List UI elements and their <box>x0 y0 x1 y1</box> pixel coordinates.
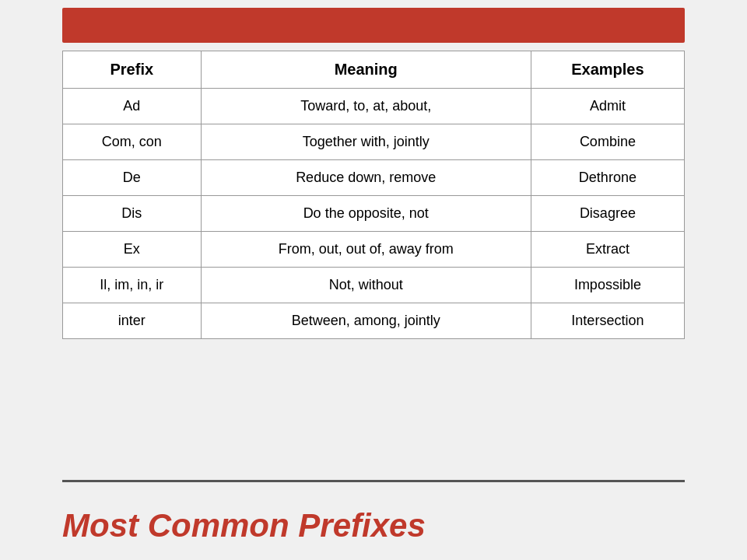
cell-0-1: Toward, to, at, about, <box>201 89 531 124</box>
table-row: Il, im, in, irNot, withoutImpossible <box>63 268 685 303</box>
table-header-row: Prefix Meaning Examples <box>63 51 685 89</box>
table-row: DisDo the opposite, notDisagree <box>63 196 685 232</box>
cell-3-2: Disagree <box>531 196 684 232</box>
cell-5-0: Il, im, in, ir <box>63 268 202 303</box>
bottom-divider <box>62 480 685 482</box>
cell-2-2: Dethrone <box>531 160 684 196</box>
prefix-table: Prefix Meaning Examples AdToward, to, at… <box>62 51 685 339</box>
cell-4-1: From, out, out of, away from <box>201 232 531 268</box>
cell-6-2: Intersection <box>531 303 684 339</box>
cell-0-2: Admit <box>531 89 684 124</box>
cell-2-0: De <box>63 160 202 196</box>
col-header-meaning: Meaning <box>201 51 531 89</box>
table-row: Com, conTogether with, jointlyCombine <box>63 124 685 160</box>
cell-5-1: Not, without <box>201 268 531 303</box>
cell-1-0: Com, con <box>63 124 202 160</box>
cell-3-0: Dis <box>63 196 202 232</box>
cell-0-0: Ad <box>63 89 202 124</box>
cell-1-1: Together with, jointly <box>201 124 531 160</box>
cell-4-2: Extract <box>531 232 684 268</box>
cell-4-0: Ex <box>63 232 202 268</box>
col-header-examples: Examples <box>531 51 684 89</box>
cell-1-2: Combine <box>531 124 684 160</box>
cell-2-1: Reduce down, remove <box>201 160 531 196</box>
slide-title: Most Common Prefixes <box>62 507 426 544</box>
table-row: interBetween, among, jointlyIntersection <box>63 303 685 339</box>
red-bar <box>62 8 685 43</box>
cell-6-0: inter <box>63 303 202 339</box>
cell-6-1: Between, among, jointly <box>201 303 531 339</box>
slide-container: Prefix Meaning Examples AdToward, to, at… <box>0 0 747 560</box>
table-row: ExFrom, out, out of, away fromExtract <box>63 232 685 268</box>
col-header-prefix: Prefix <box>63 51 202 89</box>
cell-3-1: Do the opposite, not <box>201 196 531 232</box>
table-row: DeReduce down, removeDethrone <box>63 160 685 196</box>
table-wrapper: Prefix Meaning Examples AdToward, to, at… <box>62 51 685 467</box>
table-row: AdToward, to, at, about,Admit <box>63 89 685 124</box>
cell-5-2: Impossible <box>531 268 684 303</box>
